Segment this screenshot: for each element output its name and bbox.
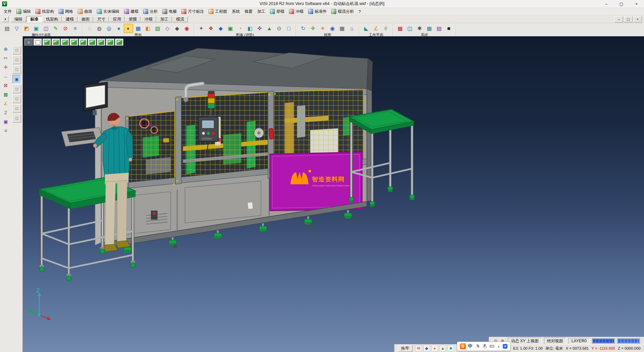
left-view-icon[interactable]: [79, 39, 87, 46]
ribbon-tab[interactable]: 建模: [62, 16, 77, 22]
ambient-icon[interactable]: ⊙: [274, 24, 284, 33]
workplane-align-icon[interactable]: ◊: [381, 24, 390, 33]
layer-box-icon[interactable]: ▣: [1, 118, 10, 126]
ribbon-tab[interactable]: 标准: [26, 16, 42, 22]
workplane-icon[interactable]: ◣: [362, 24, 371, 33]
snap-icon[interactable]: ✛: [1, 63, 10, 71]
menu-item[interactable]: 电极: [160, 8, 179, 15]
environment-icon[interactable]: ▲: [265, 24, 274, 33]
menu-item[interactable]: 曲面: [75, 8, 95, 15]
perspective-icon[interactable]: ◆: [172, 24, 182, 33]
delete-icon[interactable]: ⊠: [1, 81, 10, 89]
menu-item[interactable]: 实体编辑: [95, 8, 122, 15]
advanced-render-icon[interactable]: ✦: [197, 24, 206, 33]
menu-item[interactable]: 塑模: [268, 8, 287, 15]
menu-item[interactable]: 系统: [229, 8, 242, 15]
menu-item[interactable]: 线架构: [33, 8, 56, 15]
system-settings-icon[interactable]: ✱: [415, 24, 424, 33]
graphics-viewport[interactable]: ≡: [23, 36, 644, 352]
mdi-restore-button[interactable]: ▢: [624, 16, 633, 23]
pin-button[interactable]: 拴牢: [398, 345, 413, 352]
back-view-icon[interactable]: [88, 39, 96, 46]
display-settings-icon[interactable]: ◫: [405, 24, 415, 33]
background-icon[interactable]: ◧: [245, 24, 255, 33]
view-menu-icon[interactable]: ≡: [24, 39, 33, 46]
eye-icon[interactable]: ◉: [328, 24, 337, 33]
mode-vertex-icon[interactable]: □: [12, 104, 21, 113]
tab-dropdown-button[interactable]: ▼: [2, 16, 9, 22]
ribbon-tab[interactable]: 模流: [172, 16, 188, 22]
edit-attributes-icon[interactable]: ✎: [51, 24, 60, 33]
mode-face-icon[interactable]: □: [12, 85, 21, 93]
view-mode-indicator[interactable]: 动态 XY 上视图: [508, 338, 541, 345]
menu-item[interactable]: 标准件: [306, 8, 329, 15]
cloud-tray-icon[interactable]: ■: [447, 345, 454, 352]
iso-view-icon[interactable]: [43, 39, 51, 46]
layer-indicator[interactable]: LAYER0: [569, 338, 590, 344]
menu-item[interactable]: 加工: [255, 8, 268, 15]
lighting-icon[interactable]: ◔: [235, 24, 245, 33]
keyboard-icon[interactable]: [489, 344, 495, 349]
notification-tile-icon[interactable]: [503, 344, 507, 349]
section-view-icon[interactable]: ◧: [143, 24, 153, 33]
mesh-edit-icon[interactable]: ▦: [1, 90, 10, 98]
mode-select-icon[interactable]: □: [12, 46, 21, 54]
ribbon-tab[interactable]: 塑膜: [125, 16, 141, 22]
axonometric-view-icon[interactable]: [106, 39, 114, 46]
ribbon-tab[interactable]: 线架构: [42, 16, 62, 22]
chevron-up-icon[interactable]: ▲: [497, 344, 501, 349]
mode-body-icon[interactable]: □: [12, 114, 21, 123]
ribbon-tab[interactable]: 加工: [157, 16, 172, 22]
isometric-icon[interactable]: ◇: [163, 24, 172, 33]
view-frame-icon[interactable]: [34, 39, 42, 46]
top-view-icon[interactable]: [52, 39, 60, 46]
rendered-view-icon[interactable]: ●: [114, 24, 123, 33]
zoom-icon[interactable]: ⊕: [1, 45, 10, 53]
pet-tray-icon[interactable]: ●: [431, 345, 438, 352]
close-button[interactable]: ×: [629, 0, 644, 8]
hidden-line-icon[interactable]: ◍: [95, 24, 104, 33]
ribbon-tab[interactable]: 冲模: [141, 16, 156, 22]
shaded-view-icon[interactable]: ◎: [104, 24, 114, 33]
measure-icon[interactable]: ∠: [1, 99, 10, 107]
mode-box-icon[interactable]: □: [12, 65, 21, 74]
menu-item[interactable]: 冲模: [287, 8, 306, 15]
mode-chain-icon[interactable]: □: [12, 55, 21, 64]
mode-edge-icon[interactable]: □: [12, 94, 21, 103]
material-icon[interactable]: ◉: [182, 24, 192, 33]
properties-icon[interactable]: ▤: [2, 24, 12, 33]
menu-item[interactable]: ?: [356, 9, 363, 15]
workplane-angle-icon[interactable]: ∠: [371, 24, 381, 33]
menu-item[interactable]: 模流分析: [329, 8, 356, 15]
ime-language-toggle[interactable]: 中: [468, 343, 473, 349]
reflections-icon[interactable]: ◆: [216, 24, 225, 33]
sogou-logo-icon[interactable]: S: [460, 343, 466, 349]
move-icon[interactable]: ↔: [1, 72, 10, 80]
front-view-icon[interactable]: [61, 39, 69, 46]
color-filter-icon[interactable]: ◩: [22, 24, 31, 33]
menu-item[interactable]: 建模: [122, 8, 141, 15]
ribbon-tab[interactable]: 曲面: [78, 16, 93, 22]
rotate-view-icon[interactable]: ↻: [299, 24, 308, 33]
security-tray-icon[interactable]: ◆: [423, 345, 430, 352]
snapshot-icon[interactable]: □: [284, 24, 293, 33]
home-view-icon[interactable]: ⌂: [347, 24, 357, 33]
mdi-close-button[interactable]: ×: [633, 16, 642, 23]
ribbon-tab[interactable]: 编辑: [11, 16, 26, 22]
menu-item[interactable]: 编辑: [14, 8, 33, 15]
minimize-button[interactable]: –: [599, 0, 614, 8]
shaded-edges-icon[interactable]: ◐: [124, 24, 133, 33]
dynamic-view-icon[interactable]: [115, 39, 123, 46]
pan-view-icon[interactable]: ✛: [308, 24, 318, 33]
absolute-view-button[interactable]: 绝对视图: [544, 338, 566, 345]
color-palette-icon[interactable]: ▩: [395, 24, 405, 33]
menu-item[interactable]: 视窗: [242, 8, 255, 15]
door-handle[interactable]: [269, 128, 273, 139]
menu-item[interactable]: 分析: [141, 8, 160, 15]
filter-off-icon[interactable]: ⊘: [61, 24, 70, 33]
menu-item[interactable]: 工程图: [206, 8, 229, 15]
mail-tray-icon[interactable]: ✉: [415, 345, 422, 352]
sun-icon[interactable]: ☀: [318, 24, 327, 33]
mesh-display-icon[interactable]: ▧: [153, 24, 162, 33]
ribbon-tab[interactable]: 应用: [109, 16, 125, 22]
